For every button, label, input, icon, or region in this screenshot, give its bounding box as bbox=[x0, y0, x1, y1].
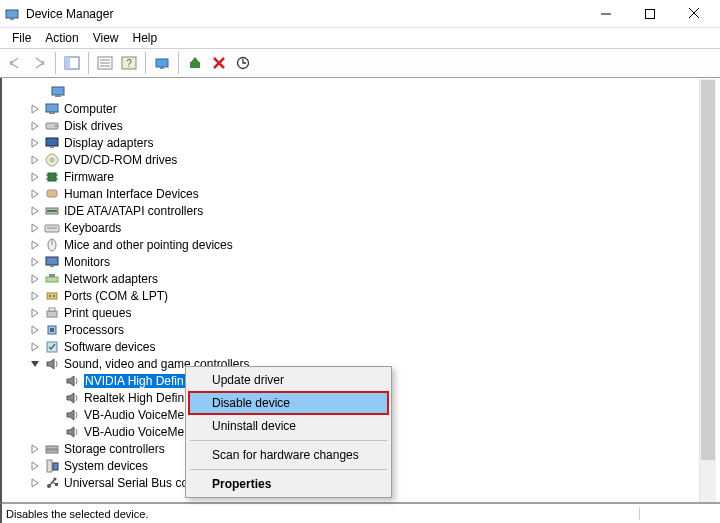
svg-rect-54 bbox=[50, 328, 54, 332]
collapse-icon[interactable] bbox=[28, 357, 42, 371]
expand-icon[interactable] bbox=[28, 153, 42, 167]
status-text: Disables the selected device. bbox=[6, 508, 148, 520]
sound-icon bbox=[64, 390, 80, 406]
svg-rect-64 bbox=[55, 483, 58, 486]
tree-category[interactable]: Processors bbox=[2, 321, 720, 338]
properties-button[interactable] bbox=[94, 52, 116, 74]
context-menu-item[interactable]: Properties bbox=[188, 473, 389, 495]
context-menu-item-label: Disable device bbox=[212, 396, 290, 410]
update-driver-button[interactable] bbox=[232, 52, 254, 74]
toolbar-separator bbox=[178, 52, 179, 74]
expand-icon[interactable] bbox=[28, 136, 42, 150]
tree-category[interactable]: Network adapters bbox=[2, 270, 720, 287]
svg-rect-0 bbox=[6, 10, 18, 18]
forward-button[interactable] bbox=[28, 52, 50, 74]
svg-rect-16 bbox=[156, 59, 168, 67]
port-icon bbox=[44, 288, 60, 304]
expand-icon[interactable] bbox=[28, 289, 42, 303]
menu-action[interactable]: Action bbox=[39, 30, 84, 46]
svg-rect-25 bbox=[49, 112, 55, 114]
svg-rect-52 bbox=[49, 308, 55, 311]
menu-file[interactable]: File bbox=[6, 30, 37, 46]
tree-category[interactable]: Monitors bbox=[2, 253, 720, 270]
expand-icon[interactable] bbox=[28, 323, 42, 337]
menu-help[interactable]: Help bbox=[127, 30, 164, 46]
toolbar-separator bbox=[88, 52, 89, 74]
minimize-button[interactable] bbox=[584, 0, 628, 28]
close-button[interactable] bbox=[672, 0, 716, 28]
tree-category[interactable]: Firmware bbox=[2, 168, 720, 185]
menubar: File Action View Help bbox=[0, 28, 720, 48]
expand-icon[interactable] bbox=[28, 204, 42, 218]
svg-rect-7 bbox=[42, 61, 44, 65]
svg-point-50 bbox=[53, 295, 55, 297]
tree-category-label: System devices bbox=[64, 459, 148, 473]
tree-category-label: Display adapters bbox=[64, 136, 153, 150]
svg-rect-39 bbox=[47, 210, 57, 212]
tree-category[interactable]: DVD/CD-ROM drives bbox=[2, 151, 720, 168]
svg-rect-29 bbox=[50, 146, 54, 148]
svg-point-31 bbox=[51, 158, 54, 161]
tree-category[interactable]: Ports (COM & LPT) bbox=[2, 287, 720, 304]
tree-category[interactable]: Human Interface Devices bbox=[2, 185, 720, 202]
disable-button[interactable] bbox=[208, 52, 230, 74]
tree-category-label: Storage controllers bbox=[64, 442, 165, 456]
help-button[interactable]: ? bbox=[118, 52, 140, 74]
expand-icon[interactable] bbox=[28, 255, 42, 269]
expand-icon[interactable] bbox=[28, 221, 42, 235]
svg-rect-9 bbox=[65, 57, 70, 69]
computer-icon bbox=[44, 101, 60, 117]
expand-icon[interactable] bbox=[28, 119, 42, 133]
svg-rect-37 bbox=[47, 190, 57, 197]
svg-rect-56 bbox=[46, 446, 58, 449]
sound-icon bbox=[64, 407, 80, 423]
context-menu-item[interactable]: Scan for hardware changes bbox=[188, 444, 389, 466]
menu-separator bbox=[190, 469, 387, 470]
window-title: Device Manager bbox=[26, 7, 113, 21]
expand-icon[interactable] bbox=[28, 306, 42, 320]
statusbar: Disables the selected device. bbox=[0, 503, 720, 523]
enable-button[interactable] bbox=[184, 52, 206, 74]
expand-icon[interactable] bbox=[28, 170, 42, 184]
tree-category[interactable]: Keyboards bbox=[2, 219, 720, 236]
expand-icon[interactable] bbox=[28, 102, 42, 116]
tree-category[interactable]: Disk drives bbox=[2, 117, 720, 134]
tree-category[interactable]: Software devices bbox=[2, 338, 720, 355]
app-icon bbox=[4, 6, 20, 22]
show-hide-tree-button[interactable] bbox=[61, 52, 83, 74]
hid-icon bbox=[44, 186, 60, 202]
tree-category[interactable]: IDE ATA/ATAPI controllers bbox=[2, 202, 720, 219]
expand-icon[interactable] bbox=[28, 272, 42, 286]
expand-icon[interactable] bbox=[28, 459, 42, 473]
context-menu-item-label: Update driver bbox=[212, 373, 284, 387]
tree-category[interactable]: Display adapters bbox=[2, 134, 720, 151]
maximize-button[interactable] bbox=[628, 0, 672, 28]
tree-root[interactable] bbox=[2, 83, 720, 100]
context-menu-item[interactable]: Update driver bbox=[188, 369, 389, 391]
scan-hardware-button[interactable] bbox=[151, 52, 173, 74]
svg-rect-18 bbox=[190, 62, 200, 68]
menu-separator bbox=[190, 440, 387, 441]
svg-point-49 bbox=[49, 295, 51, 297]
expand-icon[interactable] bbox=[28, 340, 42, 354]
toolbar-separator bbox=[55, 52, 56, 74]
menu-view[interactable]: View bbox=[87, 30, 125, 46]
expand-icon[interactable] bbox=[28, 442, 42, 456]
context-menu-item[interactable]: Disable device bbox=[188, 391, 389, 415]
expand-icon[interactable] bbox=[28, 187, 42, 201]
back-button[interactable] bbox=[4, 52, 26, 74]
expand-icon[interactable] bbox=[28, 476, 42, 490]
tree-category-label: Universal Serial Bus co bbox=[64, 476, 188, 490]
svg-text:?: ? bbox=[126, 58, 132, 69]
svg-rect-51 bbox=[47, 311, 57, 317]
context-menu-item[interactable]: Uninstall device bbox=[188, 415, 389, 437]
tree-category[interactable]: Mice and other pointing devices bbox=[2, 236, 720, 253]
svg-rect-28 bbox=[46, 138, 58, 146]
tree-category[interactable]: Print queues bbox=[2, 304, 720, 321]
expand-icon[interactable] bbox=[28, 238, 42, 252]
context-menu-item-label: Uninstall device bbox=[212, 419, 296, 433]
svg-rect-24 bbox=[46, 104, 58, 112]
keyboard-icon bbox=[44, 220, 60, 236]
svg-rect-3 bbox=[646, 9, 655, 18]
tree-category[interactable]: Computer bbox=[2, 100, 720, 117]
